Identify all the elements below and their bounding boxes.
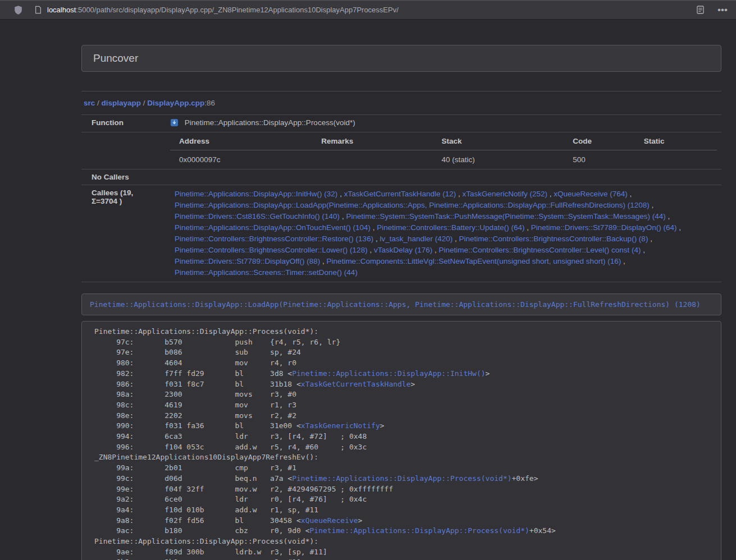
code-text: 9b2: 2b0a cmp r3, #10 bbox=[94, 558, 301, 560]
code-text: 980: 4604 mov r4, r0 bbox=[94, 359, 296, 367]
code-text: +0x54> bbox=[529, 526, 556, 535]
callee-link[interactable]: Pinetime::Applications::DisplayApp::Init… bbox=[175, 190, 337, 198]
callee-separator: , bbox=[373, 235, 380, 243]
app-title[interactable]: Puncover bbox=[93, 52, 138, 65]
callee-link[interactable]: Pinetime::Applications::DisplayApp::Load… bbox=[175, 201, 650, 209]
code-text: 98e: 2202 movs r2, #2 bbox=[94, 411, 296, 420]
column-code: Code bbox=[564, 136, 635, 150]
callee-link[interactable]: Pinetime::Controllers::Battery::Update()… bbox=[377, 223, 524, 232]
callee-link[interactable]: xQueueReceive (764) bbox=[554, 190, 627, 198]
no-callers-row: No Callers bbox=[81, 169, 721, 185]
code-text: > bbox=[486, 369, 490, 378]
breadcrumb-link-displayapp[interactable]: displayapp bbox=[102, 99, 141, 107]
url-path: :5000/path/src/displayapp/DisplayApp.cpp… bbox=[76, 6, 399, 14]
code-text: 98a: 2300 movs r3, #0 bbox=[94, 390, 296, 398]
code-text: 97c: b570 push {r4, r5, r6, lr} bbox=[94, 338, 340, 346]
url-text: localhost:5000/path/src/displayapp/Displ… bbox=[47, 6, 399, 14]
symbol-link[interactable]: Pinetime::Applications::DisplayApp::Proc… bbox=[292, 474, 511, 483]
symbol-link[interactable]: Pinetime::Applications::DisplayApp::Init… bbox=[292, 369, 485, 378]
code-line: 99c: d06d beq.n a7a <Pinetime::Applicati… bbox=[94, 474, 712, 484]
callee-separator: , bbox=[525, 223, 531, 232]
callee-link[interactable]: Pinetime::Controllers::BrightnessControl… bbox=[175, 246, 368, 254]
code-line: 98c: 4619 mov r1, r3 bbox=[94, 400, 712, 411]
code-text: 990: f031 fa36 bl 31e00 < bbox=[94, 421, 301, 430]
symbol-link[interactable]: Pinetime::Applications::DisplayApp::Proc… bbox=[310, 526, 529, 535]
callee-separator: , bbox=[340, 212, 346, 221]
reader-view-icon[interactable] bbox=[692, 3, 708, 17]
callee-link[interactable]: Pinetime::Controllers::BrightnessControl… bbox=[175, 235, 373, 243]
cell-static bbox=[635, 150, 717, 166]
symbol-link[interactable]: xTaskGenericNotify bbox=[301, 421, 380, 430]
callee-link[interactable]: vTaskDelay (176) bbox=[374, 246, 432, 254]
code-text: +0xfe> bbox=[512, 474, 538, 483]
code-text: > bbox=[358, 516, 363, 525]
symbol-link[interactable]: xQueueReceive bbox=[301, 516, 358, 525]
code-text: 99c: d06d beq.n a7a < bbox=[94, 474, 292, 483]
code-text: _ZN8Pinetime12Applications10DisplayApp7R… bbox=[94, 453, 318, 461]
code-text: 9a8: f02f fd56 bl 30458 < bbox=[94, 516, 301, 525]
callee-separator: , bbox=[650, 201, 654, 209]
cell-stack: 40 (static) bbox=[433, 150, 564, 166]
breadcrumb-line-number: :86 bbox=[204, 99, 215, 107]
callee-link[interactable]: Pinetime::Drivers::St7789::DisplayOff() … bbox=[175, 257, 320, 265]
code-text: 982: f7ff fd29 bl 3d8 < bbox=[94, 369, 292, 378]
callee-separator: , bbox=[432, 246, 438, 254]
shield-icon[interactable] bbox=[12, 3, 24, 17]
page-icon bbox=[34, 3, 43, 17]
callees-list: Pinetime::Applications::DisplayApp::Init… bbox=[166, 185, 721, 282]
callee-separator: , bbox=[371, 223, 377, 232]
column-address: Address bbox=[170, 136, 312, 150]
code-line: 9a8: f02f fd56 bl 30458 <xQueueReceive> bbox=[94, 516, 712, 526]
code-line: 980: 4604 mov r4, r0 bbox=[94, 358, 712, 369]
callee-link[interactable]: lv_task_handler (420) bbox=[380, 235, 452, 243]
callee-link[interactable]: Pinetime::Controllers::BrightnessControl… bbox=[459, 235, 648, 243]
code-line: 996: f104 053c add.w r5, r4, #60 ; 0x3c bbox=[94, 442, 712, 453]
code-line: 99e: f04f 32ff mov.w r2, #4294967295 ; 0… bbox=[94, 484, 712, 495]
breadcrumb-separator: / bbox=[95, 99, 101, 107]
callee-link[interactable]: xTaskGenericNotify (252) bbox=[463, 190, 548, 198]
callee-separator: , bbox=[641, 246, 646, 254]
url-bar[interactable]: localhost:5000/path/src/displayapp/Displ… bbox=[34, 2, 692, 18]
callee-link[interactable]: Pinetime::System::SystemTask::PushMessag… bbox=[346, 212, 665, 221]
code-line: 994: 6ca3 ldr r3, [r4, #72] ; 0x48 bbox=[94, 432, 712, 442]
column-static: Static bbox=[635, 136, 717, 150]
callee-link[interactable]: Pinetime::Applications::Screens::Timer::… bbox=[175, 268, 358, 277]
breadcrumb-link-src[interactable]: src bbox=[84, 99, 95, 107]
symbol-link[interactable]: xTaskGetCurrentTaskHandle bbox=[301, 380, 411, 388]
code-line: 986: f031 f8c7 bl 31b18 <xTaskGetCurrent… bbox=[94, 379, 712, 390]
breadcrumb-link-DisplayApp.cpp[interactable]: DisplayApp.cpp bbox=[147, 99, 204, 107]
highlighted-symbol-box: Pinetime::Applications::DisplayApp::Load… bbox=[81, 293, 721, 315]
callee-link[interactable]: xTaskGetCurrentTaskHandle (12) bbox=[344, 190, 456, 198]
code-text: 9a4: f10d 010b add.w r1, sp, #11 bbox=[94, 506, 318, 514]
divider bbox=[81, 91, 721, 91]
code-line: 990: f031 fa36 bl 31e00 <xTaskGenericNot… bbox=[94, 421, 712, 432]
breadcrumb: src / displayapp / DisplayApp.cpp:86 bbox=[81, 99, 721, 107]
code-text: Pinetime::Applications::DisplayApp::Proc… bbox=[94, 327, 318, 336]
callee-separator: , bbox=[676, 223, 681, 232]
code-text: 97e: b086 sub sp, #24 bbox=[94, 348, 301, 356]
function-icon bbox=[170, 118, 179, 128]
code-line: 99a: 2b01 cmp r3, #1 bbox=[94, 463, 712, 474]
callees-row: Callees (19, Σ=3704 ) Pinetime::Applicat… bbox=[81, 185, 721, 282]
no-callers-label: No Callers bbox=[81, 169, 166, 185]
breadcrumb-separator: / bbox=[141, 99, 147, 107]
callee-link[interactable]: Pinetime::Drivers::Cst816S::GetTouchInfo… bbox=[175, 212, 340, 221]
code-text: 994: 6ca3 ldr r3, [r4, #72] ; 0x48 bbox=[94, 432, 367, 440]
callee-link[interactable]: Pinetime::Components::LittleVgl::SetNewT… bbox=[327, 257, 621, 265]
code-text: 99e: f04f 32ff mov.w r2, #4294967295 ; 0… bbox=[94, 485, 393, 493]
highlighted-symbol-link[interactable]: Pinetime::Applications::DisplayApp::Load… bbox=[90, 300, 701, 309]
function-table: Function Pinetime::Applications::Display… bbox=[81, 114, 721, 282]
menu-icon[interactable]: ••• bbox=[715, 3, 730, 17]
callee-link[interactable]: Pinetime::Drivers::St7789::DisplayOn() (… bbox=[531, 223, 677, 232]
code-text: Pinetime::Applications::DisplayApp::Proc… bbox=[94, 537, 318, 545]
callee-link[interactable]: Pinetime::Controllers::BrightnessControl… bbox=[438, 246, 641, 254]
url-host: localhost bbox=[47, 6, 76, 14]
table-row: 0x0000097c 40 (static) 500 bbox=[170, 150, 717, 166]
callee-separator: , bbox=[337, 190, 344, 198]
cell-remarks bbox=[312, 150, 432, 166]
function-row-label: Function bbox=[81, 115, 166, 132]
cell-code: 500 bbox=[564, 150, 635, 166]
callee-link[interactable]: Pinetime::Applications::DisplayApp::OnTo… bbox=[175, 223, 371, 232]
code-text: 99a: 2b01 cmp r3, #1 bbox=[94, 463, 296, 472]
callees-label: Callees (19, Σ=3704 ) bbox=[81, 185, 166, 282]
